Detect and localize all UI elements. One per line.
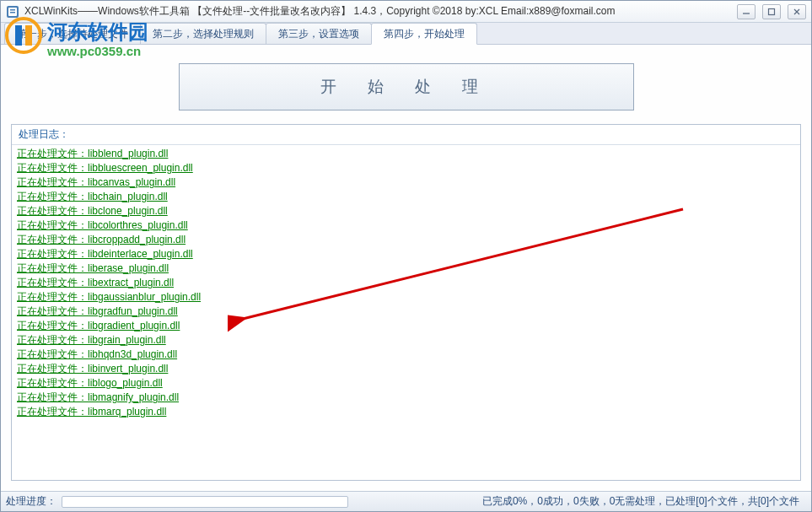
app-icon [6, 5, 19, 19]
log-line: 正在处理文件：libblend_plugin.dll [17, 147, 795, 161]
progress-label: 处理进度： [6, 494, 56, 509]
svg-rect-5 [769, 8, 775, 14]
log-line: 正在处理文件：libgrain_plugin.dll [17, 333, 795, 348]
tab-step2[interactable]: 第二步，选择处理规则 [140, 23, 266, 44]
titlebar: XCLWinKits——Windows软件工具箱 【文件处理--文件批量改名改内… [1, 1, 811, 23]
svg-rect-2 [10, 9, 15, 11]
close-button[interactable] [788, 4, 806, 19]
log-body[interactable]: 正在处理文件：libblend_plugin.dll正在处理文件：libblue… [12, 145, 800, 480]
log-line: 正在处理文件：liblogo_plugin.dll [17, 376, 795, 391]
log-line: 正在处理文件：libgradfun_plugin.dll [17, 305, 795, 319]
step-tabs: 第一步，选择待处理文件 第二步，选择处理规则 第三步，设置选项 第四步，开始处理 [1, 23, 811, 45]
tab-step4[interactable]: 第四步，开始处理 [371, 23, 477, 45]
log-line: 正在处理文件：libgradient_plugin.dll [17, 319, 795, 333]
log-line: 正在处理文件：libchain_plugin.dll [17, 190, 795, 204]
log-line: 正在处理文件：libclone_plugin.dll [17, 204, 795, 218]
log-line: 正在处理文件：libcolorthres_plugin.dll [17, 218, 795, 233]
log-line: 正在处理文件：libhqdn3d_plugin.dll [17, 348, 795, 362]
status-summary: 已完成0%，0成功，0失败，0无需处理，已处理[0]个文件，共[0]个文件 [482, 494, 799, 509]
log-header: 处理日志： [12, 125, 800, 145]
log-line: 正在处理文件：libmagnify_plugin.dll [17, 391, 795, 405]
tab-step1[interactable]: 第一步，选择待处理文件 [4, 23, 141, 44]
log-line: 正在处理文件：liberase_plugin.dll [17, 261, 795, 276]
log-line: 正在处理文件：libinvert_plugin.dll [17, 362, 795, 376]
progress-bar [62, 496, 348, 508]
log-line: 正在处理文件：libgaussianblur_plugin.dll [17, 290, 795, 305]
minimize-button[interactable] [737, 4, 756, 19]
tab-panel-step4: 开 始 处 理 处理日志： 正在处理文件：libblend_plugin.dll… [1, 45, 811, 491]
log-line: 正在处理文件：libmarq_plugin.dll [17, 405, 795, 419]
window-title: XCLWinKits——Windows软件工具箱 【文件处理--文件批量改名改内… [24, 4, 737, 19]
svg-rect-3 [10, 12, 15, 13]
window-controls [737, 4, 806, 19]
maximize-button[interactable] [762, 4, 781, 19]
log-line: 正在处理文件：libcanvas_plugin.dll [17, 175, 795, 190]
tab-step3[interactable]: 第三步，设置选项 [266, 23, 372, 44]
log-line: 正在处理文件：libcroppadd_plugin.dll [17, 233, 795, 247]
log-line: 正在处理文件：libbluescreen_plugin.dll [17, 161, 795, 175]
log-panel: 处理日志： 正在处理文件：libblend_plugin.dll正在处理文件：l… [11, 124, 801, 481]
statusbar: 处理进度： 已完成0%，0成功，0失败，0无需处理，已处理[0]个文件，共[0]… [1, 491, 811, 511]
start-processing-button[interactable]: 开 始 处 理 [179, 63, 634, 110]
log-line: 正在处理文件：libdeinterlace_plugin.dll [17, 247, 795, 261]
log-line: 正在处理文件：libextract_plugin.dll [17, 276, 795, 290]
main-window: XCLWinKits——Windows软件工具箱 【文件处理--文件批量改名改内… [0, 0, 812, 512]
